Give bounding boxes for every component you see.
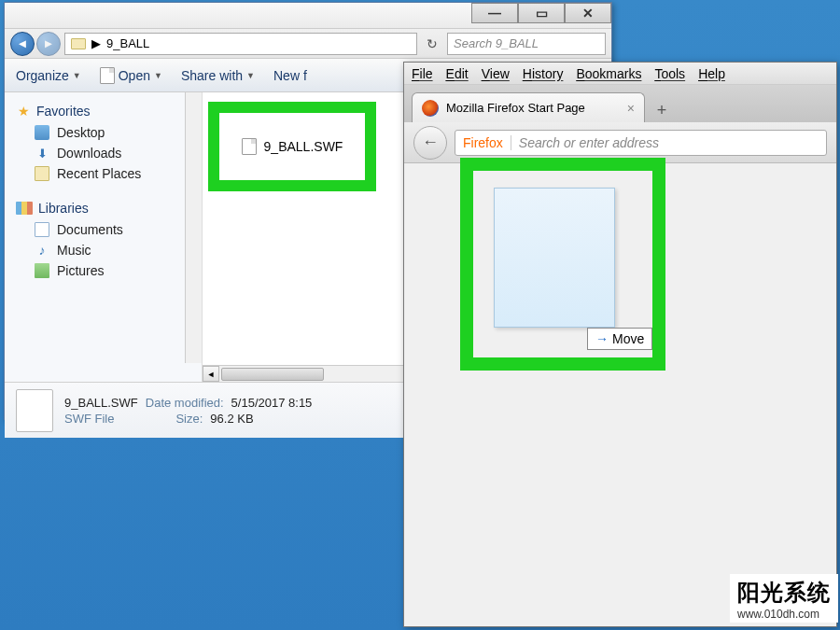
menu-bookmarks[interactable]: Bookmarks bbox=[576, 66, 641, 81]
maximize-button[interactable]: ▭ bbox=[518, 3, 565, 23]
menu-view[interactable]: View bbox=[482, 66, 510, 81]
modified-value: 5/15/2017 8:15 bbox=[231, 396, 313, 410]
menu-tools[interactable]: Tools bbox=[654, 66, 685, 81]
file-item[interactable]: 9_BALL.SWF bbox=[234, 134, 351, 159]
modified-label: Date modified: bbox=[146, 396, 224, 410]
details-filename: 9_BALL.SWF bbox=[64, 396, 138, 410]
libraries-icon bbox=[16, 202, 33, 215]
new-tab-button[interactable]: + bbox=[649, 98, 675, 122]
music-icon: ♪ bbox=[35, 243, 49, 258]
explorer-titlebar[interactable]: — ▭ ✕ bbox=[5, 3, 611, 29]
sidebar-scrollbar[interactable] bbox=[185, 92, 202, 363]
star-icon: ★ bbox=[16, 104, 31, 119]
recent-icon bbox=[35, 166, 49, 181]
details-filetype: SWF File bbox=[64, 412, 114, 426]
move-arrow-icon: → bbox=[595, 331, 609, 346]
favorites-header[interactable]: ★Favorites bbox=[5, 100, 202, 122]
firefox-tabbar: Mozilla Firefox Start Page × + bbox=[404, 85, 836, 122]
address-path: 9_BALL bbox=[106, 36, 149, 50]
sidebar-item-recent[interactable]: Recent Places bbox=[5, 163, 202, 184]
address-field[interactable]: ▶ 9_BALL bbox=[64, 33, 417, 55]
explorer-addressbar: ◄ ► ▶ 9_BALL ↻ Search 9_BALL bbox=[5, 29, 611, 59]
downloads-icon: ⬇ bbox=[35, 146, 49, 161]
file-highlight: 9_BALL.SWF bbox=[208, 102, 376, 191]
swf-file-icon bbox=[242, 138, 257, 155]
documents-icon bbox=[35, 222, 49, 237]
search-field[interactable]: Search 9_BALL bbox=[447, 33, 606, 55]
ff-back-button[interactable]: ← bbox=[413, 126, 447, 160]
details-file-icon bbox=[16, 389, 53, 432]
watermark-url: www.010dh.com bbox=[737, 608, 831, 621]
share-menu[interactable]: Share with▼ bbox=[181, 68, 255, 83]
size-value: 96.2 KB bbox=[210, 412, 253, 426]
nav-forward-button[interactable]: ► bbox=[36, 32, 61, 56]
file-icon bbox=[100, 67, 115, 84]
explorer-sidebar: ★Favorites Desktop ⬇Downloads Recent Pla… bbox=[5, 92, 203, 382]
address-arrow: ▶ bbox=[91, 36, 101, 50]
firefox-window: File Edit View History Bookmarks Tools H… bbox=[403, 62, 837, 627]
organize-menu[interactable]: Organize▼ bbox=[16, 68, 81, 83]
scroll-thumb[interactable] bbox=[221, 368, 324, 381]
menu-history[interactable]: History bbox=[523, 66, 564, 81]
move-tooltip-text: Move bbox=[612, 331, 644, 346]
search-placeholder: Search 9_BALL bbox=[454, 36, 539, 50]
scroll-left-button[interactable]: ◄ bbox=[203, 366, 219, 382]
menu-file[interactable]: File bbox=[412, 66, 433, 81]
close-button[interactable]: ✕ bbox=[565, 3, 611, 23]
sidebar-item-music[interactable]: ♪Music bbox=[5, 240, 202, 260]
url-brand: Firefox bbox=[463, 135, 511, 150]
sidebar-item-pictures[interactable]: Pictures bbox=[5, 260, 202, 281]
sidebar-item-downloads[interactable]: ⬇Downloads bbox=[5, 143, 202, 163]
watermark-title: 阳光系统 bbox=[737, 578, 831, 608]
menu-help[interactable]: Help bbox=[698, 66, 725, 81]
browser-tab[interactable]: Mozilla Firefox Start Page × bbox=[412, 92, 645, 122]
minimize-button[interactable]: — bbox=[471, 3, 518, 23]
size-label: Size: bbox=[175, 412, 203, 426]
tab-close-button[interactable]: × bbox=[627, 101, 635, 116]
drop-highlight: → Move bbox=[460, 158, 665, 371]
url-placeholder: Search or enter address bbox=[519, 135, 659, 150]
desktop-icon bbox=[35, 125, 49, 140]
firefox-logo-icon bbox=[422, 100, 439, 117]
sidebar-item-desktop[interactable]: Desktop bbox=[5, 122, 202, 143]
sidebar-item-documents[interactable]: Documents bbox=[5, 219, 202, 240]
tab-title: Mozilla Firefox Start Page bbox=[446, 101, 585, 115]
url-bar[interactable]: Firefox Search or enter address bbox=[455, 130, 827, 156]
watermark: 阳光系统 www.010dh.com bbox=[730, 574, 838, 623]
firefox-menubar: File Edit View History Bookmarks Tools H… bbox=[404, 63, 836, 85]
libraries-header[interactable]: Libraries bbox=[5, 197, 202, 219]
move-tooltip: → Move bbox=[587, 328, 652, 350]
file-name: 9_BALL.SWF bbox=[264, 139, 343, 154]
folder-icon bbox=[71, 38, 86, 49]
refresh-button[interactable]: ↻ bbox=[421, 33, 443, 55]
new-menu[interactable]: New f bbox=[273, 68, 307, 83]
nav-back-button[interactable]: ◄ bbox=[10, 32, 35, 56]
open-menu[interactable]: Open▼ bbox=[100, 67, 162, 84]
drag-ghost bbox=[494, 188, 615, 328]
menu-edit[interactable]: Edit bbox=[446, 66, 469, 81]
pictures-icon bbox=[35, 263, 49, 278]
firefox-content[interactable]: → Move bbox=[404, 163, 836, 626]
